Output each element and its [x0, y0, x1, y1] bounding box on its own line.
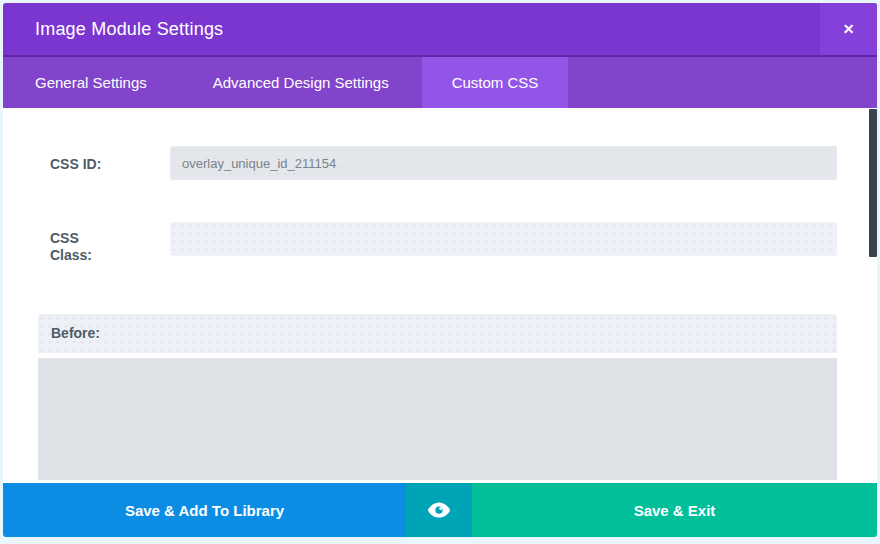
tab-custom-css[interactable]: Custom CSS — [422, 57, 569, 108]
tab-general-settings[interactable]: General Settings — [3, 57, 180, 108]
custom-css-panel: CSS ID: CSS Class: Before: — [3, 108, 877, 483]
save-add-to-library-button[interactable]: Save & Add To Library — [3, 483, 406, 537]
preview-button[interactable] — [406, 483, 472, 537]
eye-icon — [427, 501, 451, 519]
modal-header: Image Module Settings ✕ — [3, 3, 877, 57]
before-code-editor[interactable] — [38, 358, 837, 480]
save-and-exit-button[interactable]: Save & Exit — [472, 483, 877, 537]
css-id-input[interactable] — [170, 146, 837, 180]
tab-advanced-design-settings[interactable]: Advanced Design Settings — [180, 57, 422, 108]
css-id-label: CSS ID: — [50, 156, 160, 173]
css-class-label: CSS Class: — [50, 230, 108, 264]
vertical-scrollbar[interactable] — [869, 109, 877, 257]
close-icon[interactable]: ✕ — [820, 3, 877, 55]
before-section-label: Before: — [38, 314, 837, 353]
settings-tab-bar: General Settings Advanced Design Setting… — [3, 57, 877, 108]
modal-title: Image Module Settings — [3, 19, 223, 40]
image-module-settings-modal: Image Module Settings ✕ General Settings… — [3, 3, 877, 537]
css-class-input[interactable] — [170, 222, 837, 256]
modal-footer: Save & Add To Library Save & Exit — [3, 483, 877, 537]
